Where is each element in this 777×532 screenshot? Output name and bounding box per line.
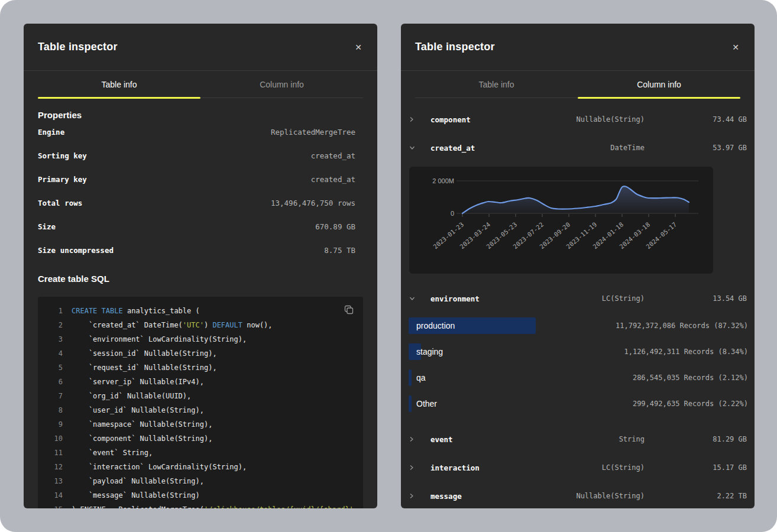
column-row-component[interactable]: component Nullable(String) 73.44 GB bbox=[401, 105, 755, 134]
sql-code-line: 9 `namespace` Nullable(String), bbox=[38, 417, 363, 432]
column-row-environment[interactable]: environment LC(String) 13.54 GB bbox=[401, 284, 755, 313]
property-label: Sorting key bbox=[38, 151, 87, 160]
value-label: Other bbox=[416, 391, 437, 417]
value-records: 11,792,372,086 Records (87.32%) bbox=[616, 313, 748, 339]
tab-table-info[interactable]: Table info bbox=[415, 71, 578, 98]
tab-bar: Table info Column info bbox=[38, 71, 363, 98]
column-size: 81.29 GB bbox=[645, 435, 747, 443]
column-size: 73.44 GB bbox=[645, 115, 747, 124]
dialog-header: Table inspector ✕ bbox=[24, 24, 377, 71]
property-value: ReplicatedMergeTree bbox=[271, 128, 355, 137]
value-row-staging: staging 1,126,492,311 Records (8.34%) bbox=[401, 339, 755, 365]
value-row-production: production 11,792,372,086 Records (87.32… bbox=[401, 313, 755, 339]
copy-icon-glyph bbox=[344, 305, 354, 314]
property-value: 670.89 GB bbox=[315, 222, 355, 231]
value-bar bbox=[409, 395, 412, 412]
column-type: LC(String) bbox=[544, 294, 645, 303]
sql-code-line: 5 `request_id` Nullable(String), bbox=[38, 361, 363, 375]
property-row-sorting-key: Sorting key created_at bbox=[38, 144, 363, 167]
svg-text:2 000M: 2 000M bbox=[432, 177, 454, 184]
chevron-down-icon bbox=[409, 296, 416, 301]
value-records: 299,492,635 Records (2.22%) bbox=[633, 391, 748, 417]
column-type: String bbox=[544, 435, 645, 443]
property-value: 8.75 TB bbox=[324, 246, 355, 255]
value-bar bbox=[409, 369, 412, 386]
line-chart: 2 000M02023-01-232023-03-242023-05-23202… bbox=[409, 167, 713, 274]
property-row-size: Size 670.89 GB bbox=[38, 215, 363, 238]
column-type: DateTime bbox=[544, 144, 645, 152]
copy-icon[interactable] bbox=[343, 304, 355, 317]
property-value: created_at bbox=[311, 151, 355, 160]
sql-code-line: 7 `org_id` Nullable(UUID), bbox=[38, 389, 363, 403]
column-type: Nullable(String) bbox=[544, 492, 645, 500]
table-inspector-dialog-column-info: Table inspector ✕ Table info Column info… bbox=[401, 24, 755, 508]
property-label: Total rows bbox=[38, 199, 82, 207]
sql-code-line: 10 `component` Nullable(String), bbox=[38, 432, 363, 446]
close-icon[interactable]: ✕ bbox=[730, 41, 742, 54]
value-label: qa bbox=[416, 365, 426, 391]
value-records: 1,126,492,311 Records (8.34%) bbox=[624, 339, 748, 365]
property-label: Size uncompressed bbox=[38, 246, 114, 255]
spacer bbox=[401, 417, 755, 425]
sql-code-line: 15) ENGINE = ReplicatedMergeTree('/click… bbox=[38, 502, 363, 508]
column-size: 13.54 GB bbox=[645, 294, 747, 303]
sql-code-line: 11 `event` String, bbox=[38, 446, 363, 460]
property-row-size-uncompressed: Size uncompressed 8.75 TB bbox=[38, 238, 363, 262]
svg-text:0: 0 bbox=[451, 210, 454, 217]
table-info-content: Properties Engine ReplicatedMergeTree So… bbox=[24, 110, 377, 508]
property-row-engine: Engine ReplicatedMergeTree bbox=[38, 120, 363, 144]
column-row-interaction[interactable]: interaction LC(String) 15.17 GB bbox=[401, 453, 755, 482]
property-label: Size bbox=[38, 222, 56, 231]
column-size: 2.22 TB bbox=[645, 492, 747, 500]
column-row-event[interactable]: event String 81.29 GB bbox=[401, 425, 755, 453]
value-row-other: Other 299,492,635 Records (2.22%) bbox=[401, 391, 755, 417]
property-row-total-rows: Total rows 13,496,476,750 rows bbox=[38, 191, 363, 215]
column-row-message[interactable]: message Nullable(String) 2.22 TB bbox=[401, 482, 755, 508]
value-records: 286,545,035 Records (2.12%) bbox=[633, 365, 748, 391]
close-icon[interactable]: ✕ bbox=[352, 41, 364, 54]
created-at-distribution-chart: 2 000M02023-01-232023-03-242023-05-23202… bbox=[409, 167, 713, 274]
value-label: production bbox=[416, 313, 455, 339]
tab-column-info[interactable]: Column info bbox=[200, 71, 363, 98]
tab-column-info[interactable]: Column info bbox=[578, 71, 740, 98]
column-name: message bbox=[430, 492, 544, 501]
table-inspector-dialog-table-info: Table inspector ✕ Table info Column info… bbox=[24, 24, 377, 508]
value-label: staging bbox=[416, 339, 443, 365]
chevron-right-icon bbox=[409, 116, 416, 122]
create-table-sql-heading: Create table SQL bbox=[38, 274, 363, 284]
tab-table-info[interactable]: Table info bbox=[38, 71, 200, 98]
sql-code-block: 1CREATE TABLE analytics_table (2 `create… bbox=[38, 297, 363, 508]
sql-code-line: 12 `interaction` LowCardinality(String), bbox=[38, 460, 363, 474]
tab-bar: Table info Column info bbox=[415, 71, 740, 98]
dialog-title: Table inspector bbox=[38, 41, 118, 53]
value-row-qa: qa 286,545,035 Records (2.12%) bbox=[401, 365, 755, 391]
sql-code-line: 2 `created_at` DateTime('UTC') DEFAULT n… bbox=[38, 318, 363, 332]
chevron-right-icon bbox=[409, 465, 416, 471]
dialog-title: Table inspector bbox=[415, 41, 495, 53]
screenshot-background: Table inspector ✕ Table info Column info… bbox=[0, 0, 777, 532]
property-label: Primary key bbox=[38, 175, 87, 184]
sql-code-lines: 1CREATE TABLE analytics_table (2 `create… bbox=[38, 304, 363, 508]
column-row-created-at[interactable]: created_at DateTime 53.97 GB bbox=[401, 134, 755, 162]
column-name: component bbox=[430, 115, 544, 124]
property-value: created_at bbox=[311, 175, 355, 184]
chevron-right-icon bbox=[409, 493, 416, 499]
column-size: 53.97 GB bbox=[645, 144, 747, 152]
sql-code-line: 1CREATE TABLE analytics_table ( bbox=[38, 304, 363, 318]
column-name: event bbox=[430, 435, 544, 444]
sql-code-line: 6 `server_ip` Nullable(IPv4), bbox=[38, 375, 363, 389]
sql-code-line: 14 `message` Nullable(String) bbox=[38, 488, 363, 502]
property-value: 13,496,476,750 rows bbox=[271, 199, 355, 207]
column-size: 15.17 GB bbox=[645, 463, 747, 472]
property-row-primary-key: Primary key created_at bbox=[38, 167, 363, 191]
column-list: component Nullable(String) 73.44 GB crea… bbox=[401, 98, 755, 508]
properties-heading: Properties bbox=[38, 110, 363, 120]
sql-code-line: 3 `environment` LowCardinality(String), bbox=[38, 332, 363, 346]
column-name: interaction bbox=[430, 463, 544, 472]
sql-code-line: 4 `session_id` Nullable(String), bbox=[38, 346, 363, 361]
property-label: Engine bbox=[38, 128, 64, 137]
column-name: environment bbox=[430, 294, 544, 303]
column-name: created_at bbox=[430, 144, 544, 153]
sql-code-line: 13 `payload` Nullable(String), bbox=[38, 474, 363, 488]
column-type: Nullable(String) bbox=[544, 115, 645, 124]
